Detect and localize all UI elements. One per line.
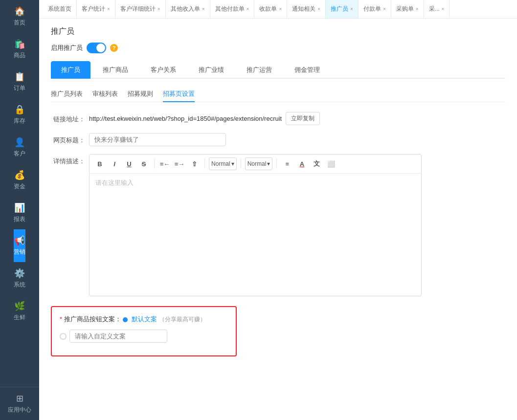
app-center-label: 应用中心 [8, 406, 31, 414]
sidebar-label-0: 首页 [14, 19, 25, 27]
link-value: http://test.ekweixin.net/web/?shop_id=18… [89, 112, 505, 125]
tab-close-1[interactable]: × [107, 6, 110, 12]
tab-item-4[interactable]: 其他付款单× [210, 0, 255, 19]
sidebar-label-2: 订单 [14, 84, 25, 92]
tab-label-5: 收款单 [259, 5, 277, 13]
main-area: 系统首页客户统计×客户详细统计×其他收入单×其他付款单×收款单×通知相关×推广员… [39, 0, 517, 420]
sidebar-label-3: 库存 [14, 117, 25, 125]
sidebar-icon-1: 🛍️ [14, 39, 25, 49]
sidebar-icon-4: 👤 [14, 137, 25, 148]
title-input[interactable] [89, 133, 226, 146]
sidebar-label-9: 生鲜 [14, 313, 25, 322]
sidebar-label-5: 资金 [14, 182, 25, 191]
enable-toggle[interactable] [87, 43, 106, 53]
title-label: 网页标题： [51, 133, 85, 145]
custom-option-row [60, 330, 228, 343]
tab-close-5[interactable]: × [279, 6, 282, 12]
promote-copy-title-text: 推广商品按钮文案： [64, 315, 121, 323]
tab-item-2[interactable]: 客户详细统计× [115, 0, 166, 19]
sidebar-item-报表[interactable]: 📊报表 [14, 197, 25, 229]
indent-right-button[interactable]: ≡→ [173, 157, 186, 170]
enable-row: 启用推广员 ? [51, 43, 505, 53]
tab-label-3: 其他收入单 [171, 5, 200, 13]
highlight-button[interactable]: 文 [310, 157, 323, 170]
tab-label-4: 其他付款单 [215, 5, 245, 13]
sidebar-item-营销[interactable]: 📢营销 [14, 229, 25, 262]
sidebar-item-订单[interactable]: 📋订单 [14, 66, 25, 98]
app-center-item[interactable]: ⊞ 应用中心 [0, 387, 39, 420]
tab-item-0[interactable]: 系统首页 [43, 0, 77, 19]
main-tab-5[interactable]: 佣金管理 [284, 61, 330, 79]
tab-item-5[interactable]: 收款单× [254, 0, 287, 19]
tab-close-7[interactable]: × [350, 6, 353, 12]
tab-item-7[interactable]: 推广员× [326, 0, 359, 19]
copy-button[interactable]: 立即复制 [286, 112, 320, 125]
sidebar-label-6: 报表 [14, 215, 25, 223]
sidebar-item-库存[interactable]: 🔒库存 [14, 98, 25, 131]
tab-item-6[interactable]: 通知相关× [287, 0, 326, 19]
tab-label-9: 采购单 [396, 5, 414, 13]
tab-item-3[interactable]: 其他收入单× [166, 0, 210, 19]
tab-label-7: 推广员 [331, 5, 348, 13]
tab-item-9[interactable]: 采购单× [391, 0, 424, 19]
main-tab-4[interactable]: 推广运营 [236, 61, 282, 79]
sidebar-icon-0: 🏠 [14, 6, 25, 17]
custom-radio[interactable] [60, 333, 67, 340]
sidebar-item-客户[interactable]: 👤客户 [14, 131, 25, 164]
editor-body[interactable]: 请在这里输入 [90, 174, 421, 296]
main-tab-1[interactable]: 推广商品 [92, 61, 138, 79]
font-size-arrow: ▾ [231, 160, 234, 167]
tab-close-6[interactable]: × [317, 6, 320, 12]
format-arrow-button[interactable]: ⇧ [188, 157, 201, 170]
page-content: 推广员 启用推广员 ? 推广员推广商品客户关系推广业绩推广运营佣金管理 推广员列… [39, 19, 517, 420]
tab-label-2: 客户详细统计 [120, 5, 156, 13]
sidebar-item-商品[interactable]: 🛍️商品 [14, 33, 25, 66]
title-form-row: 网页标题： [51, 133, 505, 146]
default-sublabel: （分享最高可赚） [159, 316, 206, 323]
page-title: 推广员 [51, 26, 505, 37]
sidebar-item-系统[interactable]: ⚙️系统 [14, 262, 25, 295]
sub-tab-1[interactable]: 审核列表 [92, 87, 118, 102]
font-color-button[interactable]: A [295, 157, 308, 170]
tab-item-1[interactable]: 客户统计× [77, 0, 115, 19]
required-mark: * [60, 315, 62, 323]
sidebar-item-生鲜[interactable]: 🌿生鲜 [14, 295, 25, 328]
main-tab-3[interactable]: 推广业绩 [188, 61, 234, 79]
default-label: 默认文案 [132, 315, 157, 323]
tab-item-10[interactable]: 采...× [424, 0, 450, 19]
help-icon[interactable]: ? [110, 44, 118, 52]
editor-container: B I U S ≡← ≡→ ⇧ Normal ▾ [89, 154, 422, 296]
link-url-text: http://test.ekweixin.net/web/?shop_id=18… [89, 115, 282, 122]
tab-close-4[interactable]: × [247, 6, 249, 12]
tab-close-10[interactable]: × [442, 6, 445, 12]
italic-button[interactable]: I [108, 157, 121, 170]
tab-close-3[interactable]: × [202, 6, 205, 12]
main-tab-2[interactable]: 客户关系 [140, 61, 186, 79]
sub-tab-2[interactable]: 招募规则 [128, 87, 153, 102]
bold-button[interactable]: B [93, 157, 106, 170]
sub-tab-3[interactable]: 招募页设置 [163, 87, 195, 102]
tab-item-8[interactable]: 付款单× [359, 0, 391, 19]
tab-label-6: 通知相关 [292, 5, 315, 13]
sidebar-item-资金[interactable]: 💰资金 [14, 164, 25, 197]
indent-left-button[interactable]: ≡← [158, 157, 171, 170]
image-button[interactable]: ⬜ [325, 157, 337, 170]
custom-copy-input[interactable] [69, 330, 167, 343]
tab-close-2[interactable]: × [157, 6, 160, 12]
align-button[interactable]: ≡ [281, 157, 293, 170]
toolbar-divider-2 [204, 159, 205, 169]
sub-tab-0[interactable]: 推广员列表 [51, 87, 83, 102]
sidebar-icon-5: 💰 [14, 170, 25, 180]
font-family-dropdown[interactable]: Normal ▾ [245, 157, 273, 170]
strikethrough-button[interactable]: S [137, 157, 150, 170]
underline-button[interactable]: U [123, 157, 135, 170]
tab-close-9[interactable]: × [416, 6, 419, 12]
sidebar-item-首页[interactable]: 🏠首页 [14, 0, 25, 33]
main-tab-0[interactable]: 推广员 [51, 61, 90, 79]
desc-label: 详情描述： [51, 154, 85, 166]
sidebar-icon-6: 📊 [14, 202, 25, 213]
font-size-value: Normal [211, 160, 230, 167]
font-size-dropdown[interactable]: Normal ▾ [209, 157, 237, 170]
sidebar-icon-7: 📢 [14, 235, 25, 246]
tab-close-8[interactable]: × [383, 6, 386, 12]
